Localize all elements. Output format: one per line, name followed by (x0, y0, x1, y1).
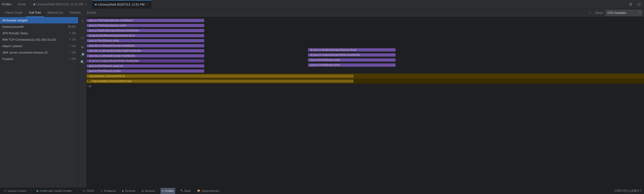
session1-icon: ◉ (33, 3, 36, 6)
row-label-7: sun.nio.cs.StreamEncoder.implFlushBuffer (88, 49, 141, 52)
right-row-label-4: java.io.PrintStream.print (309, 63, 340, 67)
cpu-samples-select-wrapper[interactable]: CPU Samples (605, 10, 642, 16)
status-divider-1 (31, 189, 32, 193)
tree-row[interactable]: java.io.PrintStream.println (87, 69, 644, 74)
thread-item-finalizer[interactable]: Finalizer < 1% (0, 56, 78, 62)
close-tab1-button[interactable]: ✕ (85, 3, 87, 6)
row-label-2: java.io.FileOutputStream.write (88, 24, 126, 27)
right-row-label-3: java.io.PrintStream.write (309, 58, 340, 62)
bar-12 (87, 75, 354, 78)
row-label-1: java.io.FileOutputStream.writeBytes (88, 19, 133, 22)
session2-icon: ◉ (95, 3, 97, 6)
status-bar: ⎇ Version Control ▶ Profile with 'Intell… (0, 188, 644, 194)
terminal-button[interactable]: ▮ Terminal (121, 188, 136, 194)
title-bar-left: Profiler: Home ◉ LGroovyShell 2023/7/13,… (2, 0, 152, 9)
profile-run-icon: ▶ (37, 190, 38, 193)
tree-row[interactable]: java.io.FileOutputStream.writeBytes (87, 18, 644, 23)
collapse-icon[interactable]: ⊟ (88, 80, 90, 82)
row-label-8: sun.nio.cs.StreamEncoder.flushBuffer (88, 54, 135, 57)
problems-icon: ⚠ (100, 190, 103, 193)
tab-session-1[interactable]: ◉ LGroovyShell 2023/7/13, 11:11 PM ✕ (30, 0, 90, 9)
ctrl-divider-1 (80, 33, 85, 33)
row-label-10: java.io.PrintStream.newLine (88, 64, 123, 68)
tab-timeline[interactable]: Timeline (66, 9, 84, 17)
title-bar-right: ⚙ ⬛ (628, 1, 642, 7)
cpu-samples-select[interactable]: CPU Samples (605, 10, 642, 16)
row-label-13: org.example.LGroovyShell.main (88, 80, 132, 83)
todo-button[interactable]: ☑ TODO (81, 188, 96, 194)
right-frames: ⊞ java.io.BufferedOutputStream.flush ⊞ j… (308, 47, 442, 68)
toolbar-right: ⤡ Show: CPU Samples (587, 10, 642, 16)
thread-item-rmi[interactable]: RMI TCP Connection(1)-192.168.18.102 < 1… (0, 36, 78, 43)
tree-row[interactable]: ⊟ java.io.BufferedOutputStream.flush (87, 33, 644, 38)
row-label-9: ⊟ java.io.OutputStreamWriter.flushBuffer (88, 59, 139, 63)
status-right-text: CSDN @怎么就重名了 (614, 189, 642, 193)
right-row-label-1: ⊞ java.io.BufferedOutputStream.flush (309, 48, 356, 51)
tree-row[interactable]: java.io.FileOutputStream.write (87, 23, 644, 28)
right-tree-row[interactable]: ⊞ java.io.OutputStreamWriter.flushBuffer (308, 52, 442, 57)
close-tab2-button[interactable]: ✕ (146, 3, 148, 6)
dependencies-icon: 📦 (197, 190, 200, 193)
thread-list: All threads merged DestroyJavaVM 99.6% J… (0, 17, 78, 188)
problems-button[interactable]: ⚠ Problems (99, 188, 117, 194)
controls-bar: + − 1:1 👁 🔎 🔍 (78, 17, 87, 188)
zoom-in-button[interactable]: + (79, 18, 86, 24)
terminal-icon: ▮ (122, 190, 124, 193)
thread-item-jfr[interactable]: JFR Periodic Tasks < 1% (0, 30, 78, 36)
all-label: all (88, 85, 91, 88)
main-content: All threads merged DestroyJavaVM 99.6% J… (0, 17, 644, 188)
build-icon: 🔨 (180, 190, 184, 193)
tree-row-main[interactable]: ⊟ org.example.LGroovyShell.main (87, 79, 644, 84)
profiler-button[interactable]: ⊙ Profiler (160, 188, 175, 194)
todo-icon: ☑ (83, 190, 85, 193)
dependencies-button[interactable]: 📦 Dependencies (196, 188, 220, 194)
status-right: CSDN @怎么就重名了 (614, 189, 642, 193)
tab-flame-graph[interactable]: Flame Graph (2, 9, 26, 17)
row-label-11: java.io.PrintStream.println (88, 69, 120, 73)
row-label-4: ⊟ java.io.BufferedOutputStream.flush (88, 34, 135, 37)
call-tree-panel: java.io.FileOutputStream.writeBytes java… (87, 17, 644, 188)
home-tab[interactable]: Home (15, 0, 29, 9)
zoom-out-button[interactable]: − (79, 25, 86, 32)
thread-item-destroyjvm[interactable]: DestroyJavaVM 99.6% (0, 23, 78, 30)
vcs-icon: ⎇ (3, 190, 6, 193)
version-control-button[interactable]: ⎇ Version Control (2, 188, 28, 194)
tree-row[interactable]: java.io.PrintStream.write (87, 38, 644, 43)
ratio-button[interactable]: 1:1 (79, 35, 86, 41)
settings-button[interactable]: ⚙ (628, 1, 634, 7)
row-label-5: java.io.PrintStream.write (88, 39, 119, 42)
tab-method-list[interactable]: Method List (44, 9, 66, 17)
row-label-12: org.example.LGroovyShell.ss (88, 75, 125, 78)
row-label-6: sun.nio.cs.StreamEncoder.writeBytes (88, 44, 135, 47)
tree-row[interactable]: java.io.BufferedOutputStream.flushBuffer (87, 28, 644, 33)
toolbar: Flame Graph Call Tree Method List Timeli… (0, 9, 644, 17)
right-tree-row[interactable]: java.io.PrintStream.print (308, 63, 442, 68)
search-ctrl-button[interactable]: 🔍 (79, 59, 86, 65)
right-row-label-2: ⊞ java.io.OutputStreamWriter.flushBuffer (309, 53, 360, 57)
right-tree-row[interactable]: ⊞ java.io.BufferedOutputStream.flush (308, 47, 442, 52)
thread-item-jmx[interactable]: JMX server connection timeout 22 < 1% (0, 49, 78, 56)
build-button[interactable]: 🔨 Build (179, 188, 192, 194)
thread-item-attach[interactable]: Attach Listener < 1% (0, 43, 78, 49)
expand-icon-button[interactable]: ⤡ (587, 10, 593, 16)
services-button[interactable]: ◈ Services (140, 188, 157, 194)
thread-item-all-merged[interactable]: All threads merged (0, 17, 78, 23)
title-bar: Profiler: Home ◉ LGroovyShell 2023/7/13,… (0, 0, 644, 9)
tab-session-2[interactable]: ◉ LGroovyShell 2023/7/13, 11:51 PM ✕ (92, 0, 152, 9)
status-divider-2 (78, 189, 78, 193)
profiler-status-icon: ⊙ (162, 190, 164, 193)
services-icon: ◈ (142, 190, 144, 193)
tree-row-all[interactable]: all (87, 84, 644, 89)
window-controls: ⬛ (636, 1, 642, 7)
tree-area[interactable]: java.io.FileOutputStream.writeBytes java… (87, 17, 644, 188)
tree-row[interactable]: org.example.LGroovyShell.ss (87, 74, 644, 79)
profile-button[interactable]: ▶ Profile with 'IntelliJ Profiler' (35, 188, 74, 194)
right-tree-row[interactable]: java.io.PrintStream.write (308, 57, 442, 63)
tab-call-tree[interactable]: Call Tree (26, 9, 44, 17)
camera-button[interactable]: 🔎 (79, 51, 86, 58)
eye-button[interactable]: 👁 (79, 44, 86, 51)
profiler-label: Profiler: (2, 2, 12, 6)
row-label-3: java.io.BufferedOutputStream.flushBuffer (88, 29, 139, 32)
tab-events[interactable]: Events (84, 9, 100, 17)
